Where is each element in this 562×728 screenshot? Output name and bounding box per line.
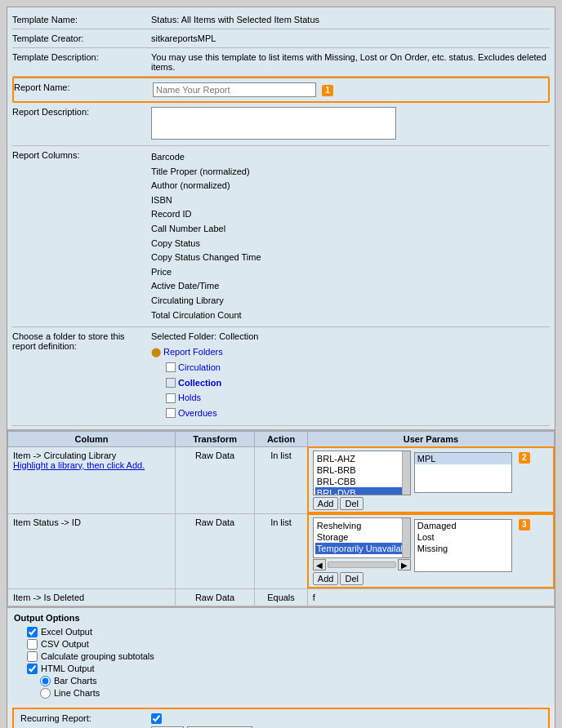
add-button-1[interactable]: Add [313,497,339,510]
selected-list-1-container: MPL [414,451,512,493]
scroll-item[interactable]: Reshelving [315,520,408,531]
report-column-item: Call Number Label [151,222,550,237]
bar-radio[interactable] [40,676,51,686]
selected-item[interactable]: Missing [415,543,511,554]
report-columns-list: BarcodeTitle Proper (normalized)Author (… [151,149,550,324]
scroll-item[interactable]: BRL-DVB [315,487,408,495]
line-radio[interactable] [40,688,51,699]
report-column-item: Record ID [151,207,550,222]
report-name-input[interactable] [153,82,316,97]
folder-value: Selected Folder: Collection ⬤ Report Fol… [151,330,550,422]
scroll-area-1-container: BRL-AHZ BRL-BRB BRL-CBB BRL-DVB MPL [313,451,411,510]
template-creator-value: sitkareportsMPL [151,32,550,45]
col-circulating-library: Item -> Circulating Library Highlight a … [8,446,176,513]
form-section: Template Name: Status: All Items with Se… [7,7,555,429]
report-desc-row: Report Description: [12,103,550,146]
template-description-row: Template Description: You may use this t… [12,48,550,77]
folder-root-row: ⬤ Report Folders [151,344,550,360]
folder-item-link[interactable]: Holds [178,390,201,406]
report-column-item: Author (normalized) [151,179,550,193]
scroll-item[interactable]: BRL-BRB [315,464,408,476]
folder-item-row: Circulation [151,360,550,375]
line-label: Line Charts [54,688,100,698]
add-del-row-2: Add Del [313,572,411,585]
folder-item-link[interactable]: Collection [178,375,221,391]
folder-item-link[interactable]: Circulation [178,360,221,375]
report-desc-input[interactable] [151,107,396,140]
report-column-item: Total Circulation Count [151,309,550,323]
user-params-1: BRL-AHZ BRL-BRB BRL-CBB BRL-DVB MPL [313,451,549,510]
recurring-report-label: Recurring Report: [20,713,151,723]
output-bar-row: Bar Charts [14,675,548,687]
recurring-report-row: Recurring Report: [20,713,542,724]
report-desc-field-container [151,105,550,143]
scrollbar-1[interactable] [402,451,410,495]
output-line-row: Line Charts [14,687,548,699]
horiz-scroll-2: ◀ ▶ [313,559,411,570]
folder-label: Choose a folder to store this report def… [12,330,151,351]
html-checkbox[interactable] [27,664,38,674]
excel-checkbox[interactable] [27,627,38,637]
csv-checkbox[interactable] [27,639,38,650]
output-csv-row: CSV Output [14,638,548,650]
selected-item[interactable]: Lost [415,531,511,543]
scroll-area-2[interactable]: Reshelving Storage Temporarily Unavailab… [313,517,411,558]
add-button-2[interactable]: Add [313,572,339,585]
folder-row: Choose a folder to store this report def… [12,327,550,425]
scroll-item[interactable]: BRL-AHZ [315,453,408,464]
badge-1: 1 [322,85,333,96]
userparams-1-inner: BRL-AHZ BRL-BRB BRL-CBB BRL-DVB MPL [313,451,549,510]
del-button-1[interactable]: Del [340,497,364,510]
selected-list-2[interactable]: Damaged Lost Missing [414,519,512,572]
table-row: Item -> Circulating Library Highlight a … [8,446,555,513]
report-columns-label: Report Columns: [12,149,151,160]
scroll-area-1[interactable]: BRL-AHZ BRL-BRB BRL-CBB BRL-DVB MPL [313,451,411,495]
col-action-1: In list [255,446,308,513]
folder-items-container: CirculationCollectionHoldsOverdues [151,360,550,421]
col-header-userparams: User Params [307,431,554,446]
output-grouping-row: Calculate grouping subtotals [14,650,548,663]
grouping-label: Calculate grouping subtotals [41,651,154,661]
grouping-checkbox[interactable] [27,651,38,662]
folder-checkbox-icon [166,378,176,388]
col-header-action: Action [255,431,308,446]
col-transform-1: Raw Data [176,446,255,513]
folder-item-row: Overdues [151,406,550,421]
report-column-item: Active Date/Time [151,279,550,294]
folder-item-link[interactable]: Overdues [178,406,217,421]
report-column-item: Barcode [151,150,550,165]
params-table: Column Transform Action User Params Item… [7,431,555,606]
scroll-item[interactable]: Storage [315,531,408,543]
folder-root-icon: ⬤ [151,344,161,360]
col-header-column: Column [8,431,176,446]
template-name-label: Template Name: [12,13,151,24]
selected-item[interactable]: MPL [415,453,511,464]
selected-item[interactable]: Damaged [415,520,511,531]
template-creator-row: Template Creator: sitkareportsMPL [12,29,550,48]
bar-label: Bar Charts [54,676,97,686]
template-desc-value: You may use this template to list items … [151,51,550,73]
scrollbar-2[interactable] [402,518,410,557]
selected-list-1[interactable]: MPL [414,452,512,493]
output-html-row: HTML Output [14,663,548,675]
table-section: Column Transform Action User Params Item… [7,429,555,606]
table-row: Item Status -> ID Raw Data In list Reshe… [8,513,555,588]
recurring-checkbox[interactable] [151,713,162,724]
col-userparams-2: Reshelving Storage Temporarily Unavailab… [307,513,554,588]
report-column-item: Copy Status [151,237,550,251]
del-button-2[interactable]: Del [340,572,364,585]
scroll-item[interactable]: BRL-CBB [315,476,408,487]
scroll-left-btn[interactable]: ◀ [313,559,326,570]
scroll-right-btn[interactable]: ▶ [398,559,411,570]
template-name-value: Status: All Items with Selected Item Sta… [151,13,550,26]
folder-item-row: Collection [151,375,550,391]
output-options-title: Output Options [14,613,548,623]
scroll-item[interactable]: Temporarily Unavailabl [315,543,408,554]
col-is-deleted: Item -> Is Deleted [8,588,176,606]
highlight-library-link[interactable]: Highlight a library, then click Add. [13,460,145,470]
output-section: Output Options Excel Output CSV Output C… [7,606,555,704]
scroll-items-1: BRL-AHZ BRL-BRB BRL-CBB BRL-DVB MPL [314,451,410,495]
report-name-row: Report Name: 1 [12,77,550,103]
report-column-item: Price [151,265,550,280]
folder-root-link[interactable]: Report Folders [163,344,223,360]
